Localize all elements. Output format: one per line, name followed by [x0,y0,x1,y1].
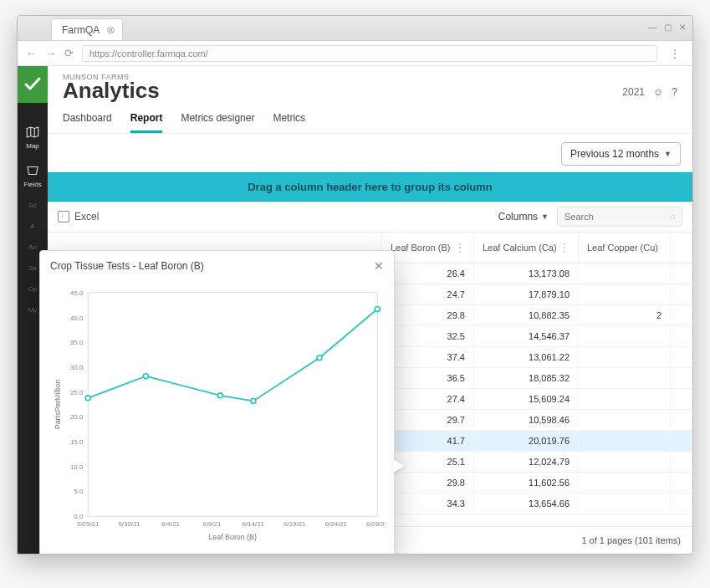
svg-point-23 [217,393,222,398]
chevron-down-icon: ▼ [664,150,672,158]
cell-calcium: 11,602.56 [474,473,579,493]
cell-calcium: 18,085.32 [474,368,579,388]
column-menu-icon[interactable]: ⋮ [455,242,465,253]
cell-boron: 29.8 [382,305,474,325]
column-leaf-copper[interactable]: Leaf Copper (Cu) [579,233,671,263]
tab-metrics[interactable]: Metrics [273,107,305,133]
window-close-icon[interactable]: ✕ [677,22,687,32]
sidebar-item-sc[interactable]: Sc [18,195,48,216]
check-icon [23,74,43,95]
fields-icon [25,163,40,178]
page-header: MUNSON FARMS Analytics 2021 ☺ ? Dashboar… [48,66,692,134]
excel-icon [58,211,69,222]
search-input[interactable] [557,207,682,227]
nav-tabs: Dashboard Report Metrics designer Metric… [63,107,677,133]
cell-copper [579,410,671,430]
reload-icon[interactable]: ⟳ [64,47,74,59]
svg-text:PartsPerMillion: PartsPerMillion [54,380,62,429]
sidebar-item-a[interactable]: A [18,216,48,237]
popup-pointer [393,459,405,473]
cell-copper [579,368,671,388]
column-menu-icon[interactable]: ⋮ [559,242,570,253]
browser-tab-strip: FarmQA ⊗ — ▢ ✕ [18,16,692,41]
date-range-button[interactable]: Previous 12 months ▼ [561,142,681,166]
back-icon[interactable]: ← [26,47,37,59]
cell-boron: 37.4 [382,347,474,367]
cell-copper [579,473,671,493]
svg-text:5.0: 5.0 [74,488,84,495]
svg-text:30.0: 30.0 [70,364,84,371]
close-icon[interactable]: ⊗ [106,23,115,36]
svg-text:Leaf Boron (B): Leaf Boron (B) [208,533,256,541]
svg-point-26 [375,307,380,312]
svg-text:35.0: 35.0 [70,339,84,346]
cell-calcium: 17,879.10 [474,284,579,304]
cell-calcium: 14,546.37 [474,326,579,346]
svg-text:5/25/21: 5/25/21 [77,520,99,528]
svg-text:6/19/21: 6/19/21 [283,520,305,528]
cell-copper [579,452,671,472]
chart-popup: Crop Tissue Tests - Leaf Boron (B) ✕ 0.0… [39,250,395,555]
maximize-icon[interactable]: ▢ [662,22,672,32]
svg-text:5/30/21: 5/30/21 [118,520,140,528]
grid-toolbar: Excel Columns ▼ ⌕ [48,202,692,233]
cell-calcium: 13,654.66 [474,493,579,514]
export-excel-button[interactable]: Excel [58,211,99,222]
cell-calcium: 10,882.35 [474,305,579,325]
columns-button[interactable]: Columns ▼ [498,211,549,222]
cell-calcium: 12,024.79 [474,452,579,472]
cell-boron: 41.7 [382,431,474,451]
year-label: 2021 [622,86,645,98]
cell-calcium: 15,609.24 [474,389,579,409]
sidebar-item-fields[interactable]: Fields [18,156,48,195]
cell-calcium: 20,019.76 [474,431,579,451]
svg-point-21 [85,396,90,401]
cell-boron: 34.3 [382,493,474,514]
cell-boron: 29.8 [382,473,474,493]
cell-calcium: 13,061.22 [474,347,579,367]
cell-copper [579,284,671,304]
browser-menu-icon[interactable]: ⋮ [666,47,684,60]
close-icon[interactable]: ✕ [374,259,384,273]
svg-text:20.0: 20.0 [70,413,84,421]
address-bar: ← → ⟳ ⋮ [18,41,692,66]
column-leaf-boron[interactable]: Leaf Boron (B)⋮ [382,233,474,263]
tab-metrics-designer[interactable]: Metrics designer [181,107,254,133]
browser-tab[interactable]: FarmQA ⊗ [51,18,123,40]
cell-boron: 27.4 [382,389,474,409]
column-leaf-calcium[interactable]: Leaf Calcium (Ca)⋮ [474,233,579,263]
svg-text:40.0: 40.0 [70,314,84,322]
cell-boron: 32.5 [382,326,474,346]
svg-text:25.0: 25.0 [70,389,84,396]
tab-dashboard[interactable]: Dashboard [63,107,112,133]
group-drop-zone[interactable]: Drag a column header here to group its c… [48,172,692,202]
app-logo[interactable] [18,66,48,103]
cell-calcium: 13,173.08 [474,263,579,284]
svg-text:15.0: 15.0 [70,438,84,446]
search-icon: ⌕ [670,211,676,221]
svg-text:6/14/21: 6/14/21 [243,520,264,528]
page-title: Analytics [63,79,160,102]
svg-text:10.0: 10.0 [70,463,84,471]
tab-report[interactable]: Report [130,107,163,133]
url-input[interactable] [82,45,657,62]
cell-boron: 36.5 [382,368,474,388]
svg-text:6/24/21: 6/24/21 [325,520,347,528]
help-icon[interactable]: ? [672,86,677,98]
minimize-icon[interactable]: — [647,22,657,32]
face-icon[interactable]: ☺ [653,86,663,98]
cell-copper [579,493,671,514]
tab-title: FarmQA [62,24,100,36]
cell-copper [579,326,671,346]
svg-point-22 [143,374,148,379]
cell-copper [579,347,671,367]
sidebar-item-map[interactable]: Map [18,118,48,156]
chart-area: 0.05.010.015.020.025.030.035.040.045.05/… [40,281,394,555]
svg-text:6/4/21: 6/4/21 [161,520,180,528]
svg-text:45.0: 45.0 [70,289,84,297]
line-chart: 0.05.010.015.020.025.030.035.040.045.05/… [49,284,386,551]
cell-calcium: 10,598.46 [474,410,579,430]
cell-boron: 24.7 [382,284,474,304]
svg-text:6/9/21: 6/9/21 [203,520,222,528]
forward-icon[interactable]: → [45,47,56,59]
